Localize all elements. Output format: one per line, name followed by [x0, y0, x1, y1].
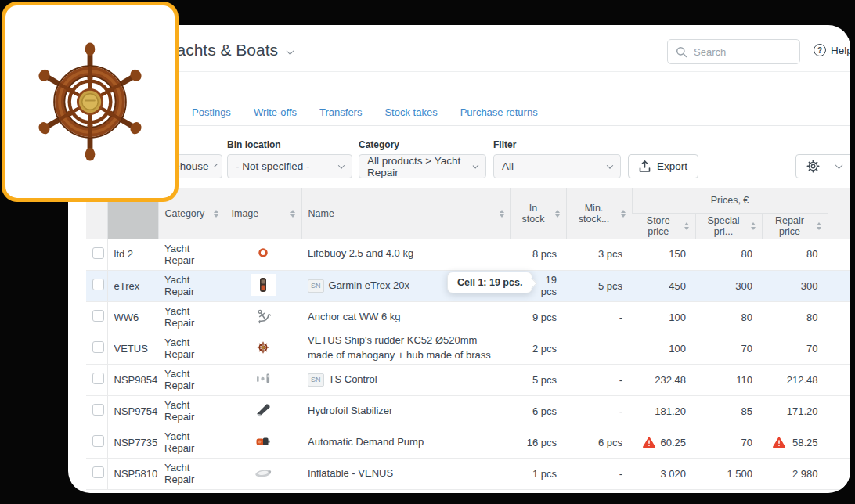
anchor-icon	[254, 308, 272, 324]
header-store-price-label: Store price	[638, 215, 679, 237]
page-title-dropdown[interactable]: Yachts & Boats	[167, 41, 293, 63]
table-settings-button[interactable]	[795, 154, 850, 178]
chevron-down-icon	[473, 162, 479, 168]
table-row[interactable]: VETUS Yacht Repair VETUS Ship's rudder K…	[86, 333, 850, 364]
chevron-down-icon[interactable]	[287, 47, 294, 55]
sort-icon[interactable]	[500, 210, 504, 218]
repair-price-cell: 80	[762, 239, 828, 270]
hydrofoil-icon	[254, 402, 272, 417]
name-cell[interactable]: Inflatable - VENUS	[301, 458, 510, 489]
store-price-cell: 100	[632, 333, 695, 364]
export-label: Export	[657, 160, 687, 172]
store-price-cell: 3 020	[632, 458, 695, 489]
products-table: Category Image Name In stock Min. stock.…	[86, 188, 850, 490]
header-special-price[interactable]: Special pri...	[695, 213, 762, 239]
header-in-stock[interactable]: In stock	[510, 188, 566, 239]
extra-cell	[828, 301, 850, 333]
row-checkbox[interactable]	[92, 466, 104, 478]
in-stock-cell: 6 pcs	[510, 395, 566, 427]
min-stock-cell: 5 pcs	[566, 270, 632, 301]
chevron-down-icon	[835, 161, 843, 169]
category-value: All products > Yacht Repair	[367, 155, 467, 178]
product-image-card	[2, 2, 179, 202]
category-label: Category	[359, 139, 399, 150]
search-input[interactable]: Search	[667, 39, 800, 64]
name-cell[interactable]: Lifebuoy 2.5 and 4.0 kg	[301, 239, 510, 270]
tab-transfers[interactable]: Transfers	[319, 106, 362, 118]
row-checkbox[interactable]	[92, 247, 104, 259]
row-checkbox[interactable]	[92, 310, 104, 322]
store-price-cell: 150	[632, 239, 695, 270]
sort-icon[interactable]	[751, 222, 756, 230]
sort-icon[interactable]	[214, 210, 218, 218]
store-price-cell: 450	[632, 270, 695, 301]
code-cell: NSP5810	[107, 458, 158, 489]
tab-bar: Postings Write-offs Transfers Stock take…	[192, 106, 538, 118]
sort-icon[interactable]	[621, 210, 626, 218]
row-checkbox[interactable]	[92, 341, 104, 353]
help-button[interactable]: ? Help	[814, 44, 850, 56]
header-special-price-label: Special pri...	[702, 215, 745, 237]
extra-cell	[828, 333, 850, 364]
category-cell: Yacht Repair	[158, 301, 225, 333]
pump-icon	[255, 436, 271, 447]
category-select[interactable]: All products > Yacht Repair	[359, 154, 486, 178]
table-row[interactable]: ltd 2 Yacht Repair Lifebuoy 2.5 and 4.0 …	[86, 239, 850, 270]
in-stock-cell: 5 pcs	[510, 364, 566, 395]
header-extra-cell	[828, 188, 850, 239]
export-button[interactable]: Export	[628, 154, 698, 178]
bin-location-label: Bin location	[227, 139, 281, 150]
header-name[interactable]: Name	[301, 188, 510, 239]
header-min-stock-label: Min. stock...	[573, 203, 615, 225]
category-cell: Yacht Repair	[158, 239, 225, 270]
table-row[interactable]: NSP9754 Yacht Repair Hydrofoil Stabilize…	[86, 395, 850, 427]
header-repair-price[interactable]: Repair price	[762, 213, 828, 239]
filter-select[interactable]: All	[493, 154, 621, 178]
bin-cell-tooltip: Cell 1: 19 pcs.	[447, 272, 532, 293]
tab-postings[interactable]: Postings	[192, 106, 231, 118]
special-price-cell: 80	[695, 239, 762, 270]
code-cell: NSP9854	[107, 364, 158, 395]
tab-stock-takes[interactable]: Stock takes	[384, 106, 437, 118]
sort-icon[interactable]	[817, 222, 821, 230]
min-stock-cell: 6 pcs	[566, 427, 632, 458]
header-image-label: Image	[232, 208, 259, 219]
sort-icon[interactable]	[555, 210, 560, 218]
serial-number-badge: SN	[308, 373, 324, 387]
name-cell[interactable]: VETUS Ship's rudder KC52 Ø520mm made of …	[301, 333, 510, 364]
code-cell: ltd 2	[107, 239, 158, 270]
name-cell[interactable]: SNTS Control	[301, 364, 510, 395]
code-cell: WW6	[107, 301, 158, 333]
bin-location-select[interactable]: - Not specified -	[227, 154, 352, 178]
name-cell[interactable]: Hydrofoil Stabilizer	[301, 395, 510, 427]
name-cell[interactable]: Automatic Demand Pump	[301, 427, 510, 458]
top-bar: Yachts & Boats Search ? Help	[68, 25, 850, 72]
row-checkbox[interactable]	[92, 435, 104, 447]
chevron-down-icon	[214, 164, 218, 167]
row-checkbox[interactable]	[92, 279, 104, 290]
search-placeholder: Search	[694, 46, 726, 58]
category-cell: Yacht Repair	[158, 458, 225, 489]
min-stock-cell: 3 pcs	[566, 239, 632, 270]
sort-icon[interactable]	[684, 222, 689, 230]
header-image[interactable]: Image	[225, 188, 301, 239]
row-checkbox[interactable]	[92, 404, 104, 416]
name-cell[interactable]: Anchor cat WW 6 kg	[301, 301, 510, 333]
product-name: Automatic Demand Pump	[308, 436, 424, 448]
sort-icon[interactable]	[290, 210, 295, 218]
table-row[interactable]: NSP9854 Yacht Repair SNTS Control 5 pcs …	[86, 364, 850, 395]
special-price-cell: 70	[695, 427, 762, 458]
row-checkbox[interactable]	[92, 373, 104, 384]
ship-wheel-image	[29, 41, 151, 163]
in-stock-cell: 16 pcs	[510, 427, 566, 458]
table-row[interactable]: WW6 Yacht Repair Anchor cat WW 6 kg 9 pc…	[86, 301, 850, 333]
repair-price-cell: 300	[762, 270, 828, 301]
table-row[interactable]: NSP5810 Yacht Repair Inflatable - VENUS …	[86, 458, 850, 489]
product-name: Garmin eTrex 20x	[329, 279, 410, 291]
header-store-price[interactable]: Store price	[632, 213, 695, 239]
table-row[interactable]: NSP7735 Yacht Repair Automatic Demand Pu…	[86, 427, 850, 458]
header-min-stock[interactable]: Min. stock...	[566, 188, 632, 239]
tab-write-offs[interactable]: Write-offs	[254, 106, 297, 118]
tab-purchase-returns[interactable]: Purchase returns	[460, 106, 538, 118]
store-price-value: 60.25	[660, 437, 686, 448]
